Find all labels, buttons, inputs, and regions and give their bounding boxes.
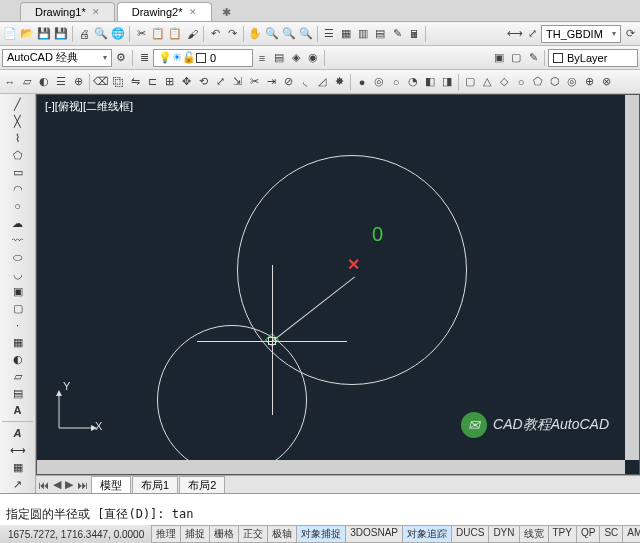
pline-icon[interactable]: ⌇ — [10, 130, 26, 146]
spline-icon[interactable]: 〰 — [10, 232, 26, 248]
layout-tab-2[interactable]: 布局2 — [179, 476, 225, 494]
plot-icon[interactable]: 🖨 — [76, 26, 92, 42]
color-select[interactable]: ByLayer — [548, 49, 638, 67]
properties-icon[interactable]: ☰ — [321, 26, 337, 42]
box-icon[interactable]: ◧ — [422, 74, 438, 90]
insert-block-icon[interactable]: ▣ — [491, 50, 507, 66]
scrollbar-horizontal[interactable] — [37, 460, 625, 474]
layout-nav-first-icon[interactable]: ⏮ — [36, 479, 51, 491]
area-icon[interactable]: ▱ — [19, 74, 35, 90]
toggle-lwt[interactable]: 线宽 — [519, 525, 549, 543]
close-icon[interactable]: ✕ — [92, 7, 100, 17]
dimstyle-select[interactable]: TH_GBDIM — [541, 25, 621, 43]
torus-icon[interactable]: ◎ — [371, 74, 387, 90]
drawing-canvas[interactable]: [-][俯视][二维线框] ✕ 0 Y — [36, 94, 640, 475]
new-icon[interactable]: 📄 — [2, 26, 18, 42]
sheet-set-icon[interactable]: ▤ — [372, 26, 388, 42]
solid9-icon[interactable]: ⊗ — [598, 74, 614, 90]
markup-icon[interactable]: ✎ — [389, 26, 405, 42]
layout-nav-last-icon[interactable]: ⏭ — [75, 479, 90, 491]
distance-icon[interactable]: ↔ — [2, 74, 18, 90]
workspace-select[interactable]: AutoCAD 经典 — [2, 49, 112, 67]
block-editor-icon[interactable]: ✎ — [525, 50, 541, 66]
new-tab-button[interactable]: ✱ — [214, 4, 239, 21]
sphere-icon[interactable]: ● — [354, 74, 370, 90]
hatch-icon[interactable]: ▦ — [10, 334, 26, 350]
dim-update-icon[interactable]: ⟳ — [622, 26, 638, 42]
toggle-3dosnap[interactable]: 3DOSNAP — [345, 525, 403, 543]
solid5-icon[interactable]: ⬠ — [530, 74, 546, 90]
toggle-otrack[interactable]: 对象追踪 — [402, 525, 452, 543]
doc-tab-2[interactable]: Drawing2*✕ — [117, 2, 212, 21]
toggle-am[interactable]: AM — [622, 525, 640, 543]
revcloud-icon[interactable]: ☁ — [10, 215, 26, 231]
workspace-gear-icon[interactable]: ⚙ — [113, 50, 129, 66]
tablestyle-icon[interactable]: ▦ — [10, 459, 26, 475]
save-icon[interactable]: 💾 — [36, 26, 52, 42]
toggle-tpy[interactable]: TPY — [548, 525, 577, 543]
text-style-icon[interactable]: A — [10, 425, 26, 441]
paste-icon[interactable]: 📋 — [167, 26, 183, 42]
stretch-icon[interactable]: ⇲ — [229, 74, 245, 90]
command-line[interactable]: 指定圆的半径或 [直径(D)]: tan — [0, 493, 640, 525]
matchprop-icon[interactable]: 🖌 — [184, 26, 200, 42]
doc-tab-1[interactable]: Drawing1*✕ — [20, 2, 115, 21]
layout-nav-prev-icon[interactable]: ◀ — [51, 478, 63, 491]
circle-icon[interactable]: ○ — [10, 198, 26, 214]
toggle-grid[interactable]: 栅格 — [209, 525, 239, 543]
viewport-label[interactable]: [-][俯视][二维线框] — [45, 99, 133, 114]
region2-icon[interactable]: ▱ — [10, 368, 26, 384]
layer-select[interactable]: 💡☀🔓0 — [153, 49, 253, 67]
toggle-snap[interactable]: 捕捉 — [180, 525, 210, 543]
solid6-icon[interactable]: ⬡ — [547, 74, 563, 90]
rotate-icon[interactable]: ⟲ — [195, 74, 211, 90]
layout-tab-model[interactable]: 模型 — [91, 476, 131, 494]
solid1-icon[interactable]: ▢ — [462, 74, 478, 90]
toggle-sc[interactable]: SC — [599, 525, 623, 543]
gradient-icon[interactable]: ◐ — [10, 351, 26, 367]
arc-icon[interactable]: ◠ — [10, 181, 26, 197]
layer-prev-icon[interactable]: ≡ — [254, 50, 270, 66]
move-icon[interactable]: ✥ — [178, 74, 194, 90]
break-icon[interactable]: ⊘ — [280, 74, 296, 90]
solid2-icon[interactable]: △ — [479, 74, 495, 90]
toggle-ducs[interactable]: DUCS — [451, 525, 489, 543]
undo-icon[interactable]: ↶ — [207, 26, 223, 42]
toggle-qp[interactable]: QP — [576, 525, 600, 543]
solid4-icon[interactable]: ○ — [513, 74, 529, 90]
toggle-dyn[interactable]: DYN — [488, 525, 519, 543]
dim-aligned-icon[interactable]: ⤢ — [524, 26, 540, 42]
layer-off-icon[interactable]: ◉ — [305, 50, 321, 66]
calc-icon[interactable]: 🖩 — [406, 26, 422, 42]
polygon-icon[interactable]: ⬠ — [10, 147, 26, 163]
cone-icon[interactable]: ◔ — [405, 74, 421, 90]
layer-props-icon[interactable]: ≣ — [136, 50, 152, 66]
design-center-icon[interactable]: ▦ — [338, 26, 354, 42]
mleaderstyle-icon[interactable]: ↗ — [10, 476, 26, 492]
layer-iso-icon[interactable]: ◈ — [288, 50, 304, 66]
fillet-icon[interactable]: ◟ — [297, 74, 313, 90]
solid8-icon[interactable]: ⊕ — [581, 74, 597, 90]
make-block-icon[interactable]: ▢ — [508, 50, 524, 66]
close-icon[interactable]: ✕ — [189, 7, 197, 17]
array-icon[interactable]: ⊞ — [161, 74, 177, 90]
extend-icon[interactable]: ⇥ — [263, 74, 279, 90]
layout-nav-next-icon[interactable]: ▶ — [63, 478, 75, 491]
cylinder-icon[interactable]: ○ — [388, 74, 404, 90]
dimstyle-icon[interactable]: ⟷ — [10, 442, 26, 458]
copy-icon[interactable]: 📋 — [150, 26, 166, 42]
solid3-icon[interactable]: ◇ — [496, 74, 512, 90]
saveas-icon[interactable]: 💾 — [53, 26, 69, 42]
copy-obj-icon[interactable]: ⿻ — [110, 74, 126, 90]
ellipse-arc-icon[interactable]: ◡ — [10, 266, 26, 282]
status-coords[interactable]: 1675.7272, 1716.3447, 0.0000 — [0, 529, 152, 540]
pan-icon[interactable]: ✋ — [247, 26, 263, 42]
ellipse-icon[interactable]: ⬭ — [10, 249, 26, 265]
point-icon[interactable]: · — [10, 317, 26, 333]
publish-icon[interactable]: 🌐 — [110, 26, 126, 42]
zoom-window-icon[interactable]: 🔍 — [281, 26, 297, 42]
erase-icon[interactable]: ⌫ — [93, 74, 109, 90]
dim-linear-icon[interactable]: ⟷ — [507, 26, 523, 42]
list-icon[interactable]: ☰ — [53, 74, 69, 90]
cut-icon[interactable]: ✂ — [133, 26, 149, 42]
